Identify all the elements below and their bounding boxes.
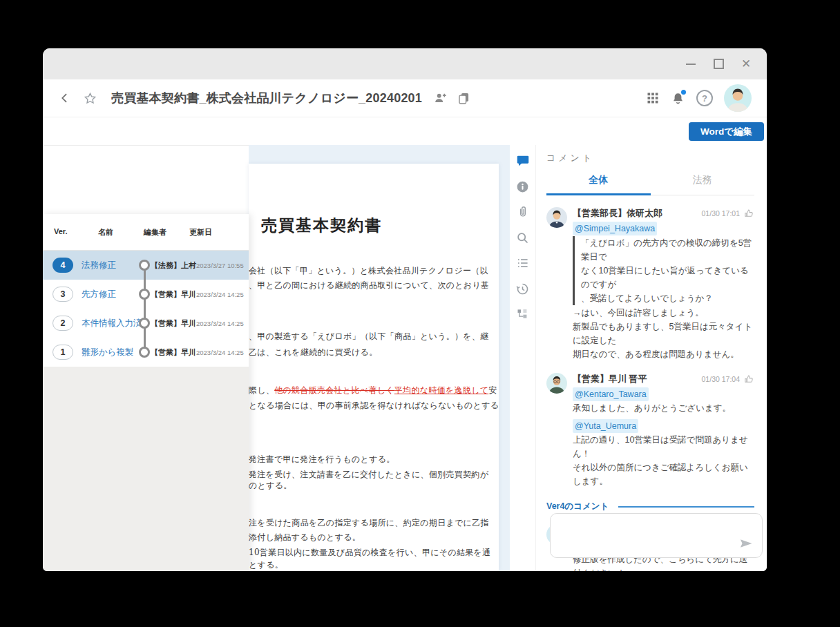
contract-line: 、甲と乙の間における継続的商品取引について、次のとおり基 xyxy=(249,279,489,291)
window-maximize-button[interactable] xyxy=(713,59,724,70)
version-history-panel: Ver. 名前 編集者 更新日 4 法務修正 【法務】上村 2023/3/27 … xyxy=(43,214,249,571)
workflow-sitemap-icon[interactable] xyxy=(515,307,531,322)
version-row-4[interactable]: 4 法務修正 【法務】上村 2023/3/27 10:55 xyxy=(43,251,249,280)
edit-in-word-button[interactable]: Wordで編集 xyxy=(689,122,764,141)
tracked-change-strikethrough: 他の競合販売会社と比べ著しく xyxy=(274,385,394,395)
version-name-link[interactable]: 雛形から複製 xyxy=(82,347,134,358)
share-user-add-icon[interactable] xyxy=(433,90,448,106)
contract-line: 発注書で甲に発注を行うものとする。 xyxy=(249,453,395,465)
timeline-node xyxy=(139,318,150,329)
column-date: 更新日 xyxy=(189,227,212,238)
list-icon[interactable] xyxy=(515,255,531,271)
search-icon[interactable] xyxy=(515,230,531,245)
thumbs-up-icon[interactable] xyxy=(744,209,754,219)
version-editor: 【営業】早川 xyxy=(151,289,196,300)
contract-line: となる場合には、甲の事前承認を得なければならないものとする xyxy=(249,399,499,412)
comment-item: 【営業】早川 晋平 01/30 17:04 @Kentaro_Tawara 承知… xyxy=(546,372,754,488)
commenter-avatar xyxy=(546,207,567,228)
comments-bubble-icon[interactable] xyxy=(515,153,531,168)
comment-item: 【営業部長】俵研太郎 01/30 17:01 @Simpei_Hayakawa … xyxy=(546,206,754,361)
comment-timestamp: 01/30 17:04 xyxy=(702,372,740,386)
column-editor: 編集者 xyxy=(144,227,166,238)
contract-line: 10営業日以内に数量及び品質の検査を行い、甲にその結果を通 xyxy=(249,546,491,559)
favorite-star-icon[interactable] xyxy=(83,91,97,106)
version4-comments-divider: Ver4のコメント xyxy=(546,501,754,512)
comment-body-line: それ以外の箇所につきご確認よろしくお願いします。 xyxy=(573,461,754,488)
column-name: 名前 xyxy=(98,227,113,238)
timeline-node xyxy=(139,260,150,271)
timeline-line xyxy=(144,265,146,352)
commenter-avatar xyxy=(546,373,567,394)
version-row-1[interactable]: 1 雛形から複製 【営業】早川 2023/3/24 14:25 xyxy=(43,338,249,367)
send-comment-icon[interactable] xyxy=(738,537,754,552)
user-avatar[interactable] xyxy=(724,84,752,112)
version-badge: 1 xyxy=(52,345,73,360)
copy-document-icon[interactable] xyxy=(457,91,471,106)
contract-title: 売買基本契約書 xyxy=(261,215,382,236)
main-content: 売買基本契約書 会社（以下「甲」という。）と株式会社品川テクノロジー（以 、甲と… xyxy=(43,145,767,571)
timeline-node xyxy=(139,289,150,300)
contract-line: 会社（以下「甲」という。）と株式会社品川テクノロジー（以 xyxy=(249,264,488,277)
app-window: ✕ 売買基本契約書_株式会社品川テクノロジー_20240201 xyxy=(43,48,767,571)
tracked-change-underline: 平均的な時価を逸脱して xyxy=(394,385,488,395)
contract-line: 、甲の製造する「えびロボ」（以下「商品」という。）を、継 xyxy=(249,330,489,343)
column-ver: Ver. xyxy=(54,227,68,235)
attachment-paperclip-icon[interactable] xyxy=(515,204,531,220)
mention-chip[interactable]: @Kentaro_Tawara xyxy=(573,387,649,401)
contract-line: 注を受けた商品を乙の指定する場所に、約定の期日までに乙指 xyxy=(249,517,489,529)
version-name-link[interactable]: 先方修正 xyxy=(82,289,116,300)
contract-line-redline: 際し、他の競合販売会社と比べ著しく平均的な時価を逸脱して安 xyxy=(249,384,497,396)
apps-grid-icon[interactable] xyxy=(646,91,660,105)
comment-body-line: →はい、今回は許容しましょう。 xyxy=(573,306,754,320)
window-minimize-button[interactable] xyxy=(685,59,696,70)
version-row-3[interactable]: 3 先方修正 【営業】早川 2023/3/24 14:25 xyxy=(43,280,249,309)
app-header: 売買基本契約書_株式会社品川テクノロジー_20240201 ? xyxy=(43,79,767,117)
version-date: 2023/3/24 14:25 xyxy=(196,291,244,298)
comment-timestamp: 01/30 17:01 xyxy=(702,206,740,220)
version-date: 2023/3/27 10:55 xyxy=(196,262,244,269)
version-row-2[interactable]: 2 本件情報入力済 【営業】早川 2023/3/24 14:25 xyxy=(43,309,249,338)
contract-line: 乙は、これを継続的に買受ける。 xyxy=(249,346,377,358)
document-preview-area: 売買基本契約書 会社（以下「甲」という。）と株式会社品川テクノロジー（以 、甲と… xyxy=(249,145,510,571)
side-tool-strip xyxy=(510,145,535,571)
version-editor: 【営業】早川 xyxy=(151,318,196,329)
history-icon[interactable] xyxy=(515,281,531,296)
comments-panel: コメント 全体 法務 【営業部長】俵研太郎 01/30 17:01 @Simpe… xyxy=(535,145,767,571)
version-badge: 4 xyxy=(52,258,73,273)
thumbs-up-icon[interactable] xyxy=(744,374,754,385)
mention-chip[interactable]: @Yuta_Uemura xyxy=(573,419,638,433)
comments-panel-title: コメント xyxy=(546,152,754,164)
version-badge: 3 xyxy=(52,287,73,302)
timeline-node xyxy=(139,347,150,358)
window-titlebar: ✕ xyxy=(43,48,767,79)
comments-tabs: 全体 法務 xyxy=(546,168,754,195)
help-icon[interactable]: ? xyxy=(696,90,713,106)
version-name-link[interactable]: 法務修正 xyxy=(82,260,116,271)
version-name-link[interactable]: 本件情報入力済 xyxy=(82,318,142,329)
comment-input[interactable] xyxy=(550,513,763,558)
contract-line: 添付し納品するものとする。 xyxy=(249,531,361,543)
version-table-header: Ver. 名前 編集者 更新日 xyxy=(43,214,249,251)
comment-body-line: 新製品でもありますし、5営業日は元々タイトに設定した xyxy=(573,320,754,347)
comment-body-line: 承知しました、ありがとうございます。 xyxy=(573,401,754,415)
comment-body-line: 上記の通り、10営業日は受諾で問題ありません！ xyxy=(573,433,754,461)
info-icon[interactable] xyxy=(515,179,531,194)
contract-line: とする。 xyxy=(249,559,283,571)
quoted-text: 「えびロボ」の先方内での検収の締切を5営業日で なく10営業日にしたい旨が返って… xyxy=(573,236,754,305)
version-badge: 2 xyxy=(52,316,73,331)
document-page: 売買基本契約書 会社（以下「甲」という。）と株式会社品川テクノロジー（以 、甲と… xyxy=(249,164,499,571)
toolbar-band: Wordで編集 xyxy=(43,117,767,146)
tab-legal[interactable]: 法務 xyxy=(651,168,755,195)
mention-chip[interactable]: @Simpei_Hayakawa xyxy=(573,222,657,235)
version-date: 2023/3/24 14:25 xyxy=(196,349,244,356)
notification-dot xyxy=(681,90,686,95)
contract-line: のとする。 xyxy=(249,479,292,492)
commenter-name: 【営業部長】俵研太郎 xyxy=(573,206,702,220)
back-icon[interactable] xyxy=(58,91,72,105)
document-title: 売買基本契約書_株式会社品川テクノロジー_20240201 xyxy=(111,90,422,106)
window-close-button[interactable]: ✕ xyxy=(741,59,752,70)
version-editor: 【営業】早川 xyxy=(151,347,196,358)
notifications-bell-icon[interactable] xyxy=(671,91,685,106)
comment-body-line: 期日なので、ある程度は問題ありません。 xyxy=(573,347,754,361)
tab-all[interactable]: 全体 xyxy=(546,168,651,195)
